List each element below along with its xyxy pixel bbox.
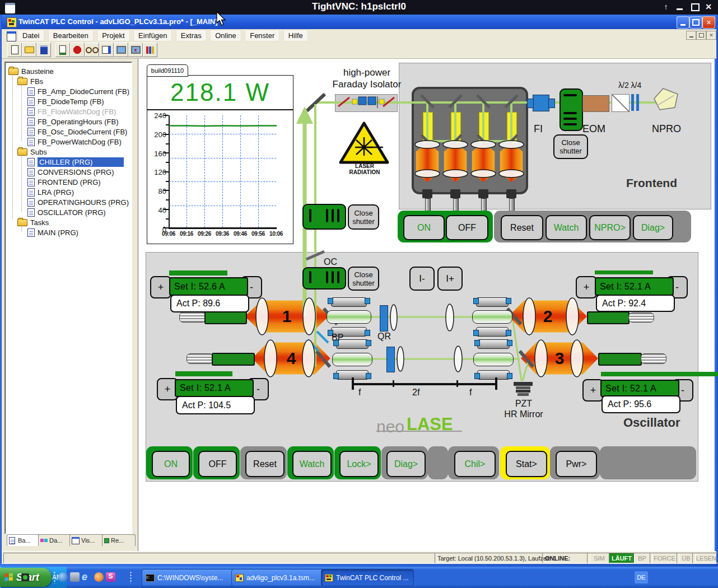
quicklaunch-icon-1[interactable]: [58, 572, 68, 582]
status-online: ONLINE:: [542, 553, 590, 563]
power-bar-head-3: [601, 372, 718, 376]
frontend-watch-button[interactable]: Watch: [546, 215, 587, 240]
task-button-tsm[interactable]: advligo_plcv3.1a.tsm...: [231, 569, 324, 586]
mdi-close-button[interactable]: ✕: [706, 31, 716, 40]
twincat-tray-icon[interactable]: [21, 573, 29, 581]
tab-data-types[interactable]: Da...: [38, 534, 72, 546]
osc-reset-button[interactable]: Reset: [245, 451, 285, 477]
tab-visualizations[interactable]: Vis...: [69, 534, 104, 546]
osc-pwr-button[interactable]: Pwr>: [556, 451, 597, 477]
quicklaunch-icon-2[interactable]: [70, 572, 80, 582]
tree-item[interactable]: FB_PowerWatchDog (FB): [27, 137, 122, 147]
library-button[interactable]: [143, 43, 157, 57]
menu-einfuegen[interactable]: Einfügen: [133, 30, 172, 41]
mdi-restore-button[interactable]: [696, 31, 706, 40]
tree-group-subs[interactable]: Subs: [17, 147, 47, 157]
tree-item[interactable]: OPERATINGHOURS (PRG): [27, 197, 129, 207]
language-indicator[interactable]: DE: [635, 571, 648, 584]
login-button[interactable]: [85, 43, 99, 57]
tree-item[interactable]: FB_Amp_DiodeCurrent (FB): [27, 86, 129, 96]
vnc-minimize-icon[interactable]: [677, 8, 683, 10]
head-2-act-power: Act P: 92.4: [596, 295, 675, 312]
npro-label: NPRO: [652, 123, 681, 135]
head-1-plus-button[interactable]: +: [150, 276, 171, 298]
tree-root-bausteine[interactable]: Bausteine: [8, 66, 54, 76]
tree-item-selected[interactable]: CHILLER (PRG): [27, 157, 124, 167]
tree-item[interactable]: LRA (PRG): [27, 187, 74, 197]
quicklaunch-icon-5[interactable]: S: [106, 572, 115, 582]
fi-label: FI: [534, 123, 543, 135]
frontend-npro-button[interactable]: NPRO>: [589, 215, 631, 240]
osc-on-button[interactable]: ON: [152, 451, 190, 477]
pou-icon: [27, 198, 35, 207]
vnc-maximize-icon[interactable]: [691, 3, 700, 11]
vnc-fullscreen-icon[interactable]: ↑: [660, 2, 672, 12]
frontend-off-button[interactable]: OFF: [446, 215, 488, 240]
menu-fenster[interactable]: Fenster: [245, 30, 279, 41]
menu-bearbeiten[interactable]: Bearbeiten: [48, 30, 94, 41]
frontend-diag-button[interactable]: Diag>: [633, 215, 673, 240]
waveplates-label: λ/2 λ/4: [618, 81, 658, 90]
pou-icon: [27, 97, 35, 106]
pou-icon: [27, 168, 35, 176]
save-button[interactable]: [36, 43, 51, 57]
current-decrement-button[interactable]: I-: [409, 267, 435, 291]
window-minimize-button[interactable]: [677, 16, 689, 29]
download-button[interactable]: [55, 43, 70, 57]
open-project-button[interactable]: [22, 43, 36, 57]
oc-close-shutter-button[interactable]: Closeshutter: [348, 267, 379, 291]
tree-item[interactable]: FRONTEND (PRG): [27, 177, 101, 187]
current-increment-button[interactable]: I+: [437, 267, 463, 291]
osc-lock-button[interactable]: Lock>: [339, 451, 379, 477]
tree-group-fbs[interactable]: FBs: [17, 76, 43, 86]
status-empty-segment: [3, 553, 438, 563]
tab-pous[interactable]: Ba...: [7, 534, 40, 546]
twincat-titlebar[interactable]: TwinCAT PLC Control - advLIGO_PLCv3.1a.p…: [2, 15, 716, 29]
tree-item[interactable]: FB_Osc_DiodeCurrent (FB): [27, 127, 127, 137]
menu-hilfe[interactable]: Hilfe: [283, 30, 308, 41]
head-4-act-power: Act P: 104.5: [176, 396, 255, 414]
frontend-close-shutter-button[interactable]: Closeshutter: [553, 134, 588, 159]
frontend-label: Frontend: [626, 176, 677, 190]
menu-datei[interactable]: Datei: [17, 30, 44, 41]
oscillator-label: Oscillator: [623, 416, 693, 430]
osc-watch-button[interactable]: Watch: [292, 451, 332, 477]
external-close-shutter-button[interactable]: Closeshutter: [348, 204, 379, 230]
window-restore-button[interactable]: [689, 16, 702, 29]
vnc-close-icon[interactable]: ✕: [702, 2, 715, 12]
osc-chil-button[interactable]: Chil>: [454, 451, 496, 477]
osc-off-button[interactable]: OFF: [198, 451, 237, 477]
window-close-button[interactable]: ✕: [702, 16, 715, 29]
tree-item[interactable]: CONVERSIONS (PRG): [27, 167, 114, 177]
power-bar-head-1: [169, 270, 227, 276]
open-folder-icon: [25, 46, 34, 53]
online-monitor-button[interactable]: [114, 43, 128, 57]
menu-online[interactable]: Online: [210, 30, 241, 41]
tree-item[interactable]: FB_DiodeTemp (FB): [27, 96, 104, 106]
logout-button[interactable]: x: [128, 43, 143, 57]
vnc-titlebar[interactable]: TightVNC: h1pslctrl0 ↑ ✕: [0, 0, 718, 15]
osc-stat-button[interactable]: Stat>: [506, 451, 547, 477]
task-button-twincat[interactable]: TwinCAT PLC Control ...: [321, 569, 414, 586]
menu-projekt[interactable]: Projekt: [97, 30, 129, 41]
tree-item-disabled[interactable]: FB_FlowWatchDog (FB): [27, 106, 116, 116]
rebuild-button[interactable]: [99, 43, 114, 57]
frontend-on-button[interactable]: ON: [403, 215, 445, 240]
new-file-button[interactable]: [7, 43, 22, 57]
stop-button[interactable]: [70, 43, 85, 57]
mdi-minimize-button[interactable]: [686, 31, 696, 40]
head-2-plus-button[interactable]: +: [576, 276, 597, 298]
tree-item[interactable]: FB_OperatingHours (FB): [27, 116, 119, 127]
tree-group-tasks[interactable]: Tasks: [17, 217, 49, 227]
firefox-quicklaunch-icon[interactable]: [94, 572, 104, 582]
pou-tab-icon: [9, 537, 15, 544]
window-border-right: [715, 15, 718, 566]
ie-quicklaunch-icon[interactable]: e: [82, 571, 92, 582]
menu-extras[interactable]: Extras: [176, 30, 207, 41]
tab-resources[interactable]: Re...: [102, 534, 136, 546]
task-button-cmd[interactable]: c: C:\WINDOWS\syste...: [142, 569, 235, 586]
osc-diag-button[interactable]: Diag>: [386, 451, 426, 477]
frontend-reset-button[interactable]: Reset: [501, 215, 543, 240]
tree-item[interactable]: MAIN (PRG): [27, 227, 78, 237]
tree-item[interactable]: OSCILLATOR (PRG): [27, 207, 106, 217]
